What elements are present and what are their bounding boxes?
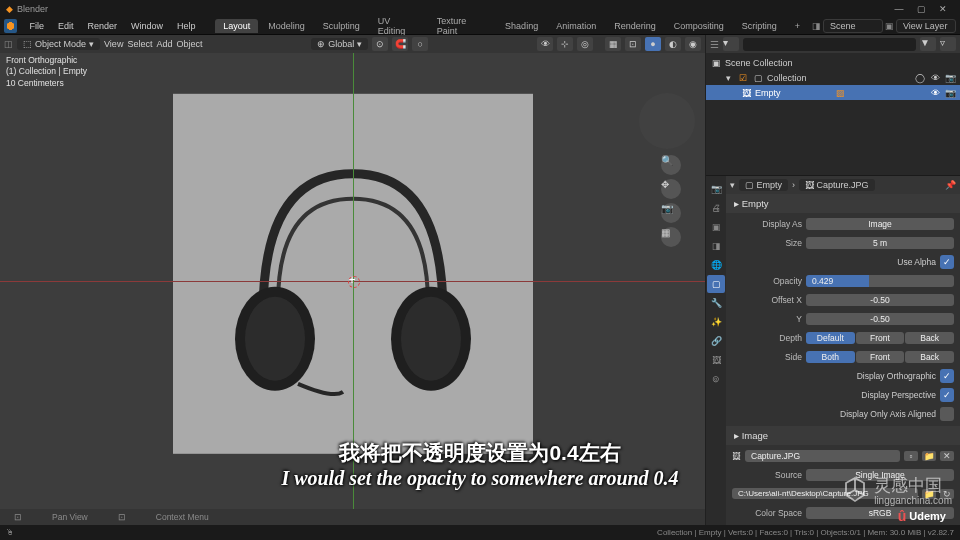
disp-ortho-checkbox[interactable]: ✓ <box>940 369 954 383</box>
display-as-field[interactable]: Image <box>806 218 954 230</box>
scene-selector[interactable]: Scene <box>823 19 883 33</box>
shading-wire[interactable]: ⊡ <box>625 37 641 51</box>
image-name-field[interactable]: Capture.JPG <box>745 450 900 462</box>
shading-rendered[interactable]: ◉ <box>685 37 701 51</box>
app-logo-icon[interactable] <box>4 19 17 33</box>
vp-menu-view[interactable]: View <box>104 39 123 49</box>
pivot-icon[interactable]: ⊙ <box>372 37 388 51</box>
display-as-label: Display As <box>732 219 802 229</box>
open-image-icon[interactable]: 📁 <box>922 451 936 461</box>
breadcrumb-data[interactable]: 🖼 Capture.JPG <box>799 179 875 191</box>
unlink-icon[interactable]: ✕ <box>940 451 954 461</box>
breadcrumb-object[interactable]: ▢ Empty <box>739 179 788 191</box>
minimize-button[interactable]: — <box>888 4 910 14</box>
workspace-modeling[interactable]: Modeling <box>260 19 313 33</box>
depth-front[interactable]: Front <box>856 332 905 344</box>
exclude-icon[interactable]: ◯ <box>914 73 926 83</box>
tab-physics[interactable]: ⊚ <box>707 370 725 388</box>
render-icon[interactable]: 📷 <box>944 73 956 83</box>
tab-viewlayer[interactable]: ▣ <box>707 218 725 236</box>
editor-type-icon[interactable]: ☰ <box>710 39 719 50</box>
tab-output[interactable]: 🖨 <box>707 199 725 217</box>
new-image-icon[interactable]: ▫ <box>904 451 918 461</box>
tab-data[interactable]: 🖼 <box>707 351 725 369</box>
workspace-animation[interactable]: Animation <box>548 19 604 33</box>
tab-modifiers[interactable]: 🔧 <box>707 294 725 312</box>
viewlayer-selector[interactable]: View Layer <box>896 19 956 33</box>
nav-gizmo[interactable] <box>639 93 695 149</box>
footer-hint-1: Pan View <box>52 512 88 522</box>
xray-toggle[interactable]: ▦ <box>605 37 621 51</box>
tree-scene-collection[interactable]: ▣ Scene Collection <box>706 55 960 70</box>
camera-gizmo-icon[interactable]: 📷 <box>661 203 681 223</box>
menu-window[interactable]: Window <box>125 19 169 33</box>
depth-default[interactable]: Default <box>806 332 855 344</box>
shading-solid[interactable]: ● <box>645 37 661 51</box>
side-both[interactable]: Both <box>806 351 855 363</box>
use-alpha-checkbox[interactable]: ✓ <box>940 255 954 269</box>
panel-image-header[interactable]: ▸ Image <box>726 426 960 445</box>
zoom-gizmo-icon[interactable]: 🔍 <box>661 155 681 175</box>
filter-icon[interactable]: ▼ <box>920 37 936 51</box>
tab-world[interactable]: 🌐 <box>707 256 725 274</box>
menu-render[interactable]: Render <box>81 19 123 33</box>
vp-menu-add[interactable]: Add <box>156 39 172 49</box>
outliner-search[interactable] <box>743 38 916 51</box>
eye-icon[interactable]: 👁 <box>929 73 941 83</box>
transform-orientation[interactable]: ⊕ Global ▾ <box>311 38 368 50</box>
object-mode-icon: ⬚ <box>23 39 32 49</box>
editor-type-icon[interactable]: ▾ <box>730 180 735 190</box>
checkbox-icon[interactable]: ☑ <box>737 73 749 83</box>
disp-axis-checkbox[interactable] <box>940 407 954 421</box>
opacity-slider[interactable]: 0.429 <box>806 275 954 287</box>
tab-scene[interactable]: ◨ <box>707 237 725 255</box>
workspace-compositing[interactable]: Compositing <box>666 19 732 33</box>
pan-gizmo-icon[interactable]: ✥ <box>661 179 681 199</box>
visibility-filter[interactable]: 👁 <box>537 37 553 51</box>
workspace-shading[interactable]: Shading <box>497 19 546 33</box>
size-field[interactable]: 5 m <box>806 237 954 249</box>
close-button[interactable]: ✕ <box>932 4 954 14</box>
tab-render[interactable]: 📷 <box>707 180 725 198</box>
workspace-scripting[interactable]: Scripting <box>734 19 785 33</box>
mode-selector[interactable]: ⬚ Object Mode ▾ <box>17 38 100 50</box>
shading-material[interactable]: ◐ <box>665 37 681 51</box>
disp-axis-label: Display Only Axis Aligned <box>840 409 936 419</box>
side-back[interactable]: Back <box>905 351 954 363</box>
pin-icon[interactable]: 📌 <box>945 180 956 190</box>
vp-menu-select[interactable]: Select <box>127 39 152 49</box>
empty-image-icon: 🖼 <box>740 88 752 98</box>
workspace-add[interactable]: + <box>787 19 808 33</box>
offset-y-field[interactable]: -0.50 <box>806 313 954 325</box>
tab-constraints[interactable]: 🔗 <box>707 332 725 350</box>
panel-empty-header[interactable]: ▸ Empty <box>726 194 960 213</box>
offset-x-field[interactable]: -0.50 <box>806 294 954 306</box>
gizmo-toggle[interactable]: ⊹ <box>557 37 573 51</box>
depth-back[interactable]: Back <box>905 332 954 344</box>
tab-object[interactable]: ▢ <box>707 275 725 293</box>
workspace-sculpting[interactable]: Sculpting <box>315 19 368 33</box>
proportional-toggle[interactable]: ○ <box>412 37 428 51</box>
disclosure-icon[interactable]: ▾ <box>722 73 734 83</box>
menu-edit[interactable]: Edit <box>52 19 80 33</box>
overlay-toggle[interactable]: ◎ <box>577 37 593 51</box>
persp-gizmo-icon[interactable]: ▦ <box>661 227 681 247</box>
eye-icon[interactable]: 👁 <box>929 88 941 98</box>
disp-persp-checkbox[interactable]: ✓ <box>940 388 954 402</box>
snap-toggle[interactable]: 🧲 <box>392 37 408 51</box>
tree-collection[interactable]: ▾ ☑ ▢ Collection ◯ 👁 📷 <box>706 70 960 85</box>
render-icon[interactable]: 📷 <box>944 88 956 98</box>
workspace-layout[interactable]: Layout <box>215 19 258 33</box>
new-collection-icon[interactable]: ▿ <box>940 37 956 51</box>
tab-effects[interactable]: ✨ <box>707 313 725 331</box>
vp-menu-object[interactable]: Object <box>176 39 202 49</box>
disp-persp-label: Display Perspective <box>861 390 936 400</box>
menu-file[interactable]: File <box>23 19 50 33</box>
editor-type-icon[interactable]: ◫ <box>4 39 13 49</box>
display-mode-icon[interactable]: ▾ <box>723 37 739 51</box>
menu-help[interactable]: Help <box>171 19 202 33</box>
maximize-button[interactable]: ▢ <box>910 4 932 14</box>
workspace-rendering[interactable]: Rendering <box>606 19 664 33</box>
tree-empty[interactable]: 🖼 Empty ▨ 👁 📷 <box>706 85 960 100</box>
side-front[interactable]: Front <box>856 351 905 363</box>
